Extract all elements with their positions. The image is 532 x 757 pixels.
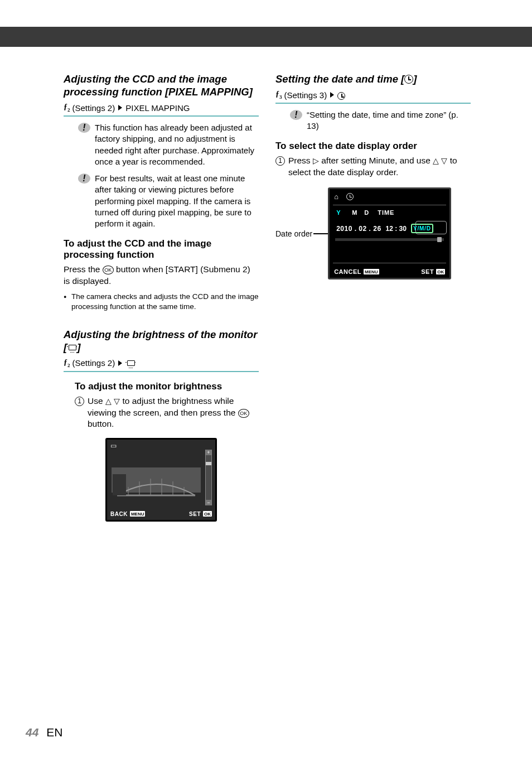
note-datetime-ref: ! “Setting the date, time and time zone”… [290, 109, 471, 132]
progress-track [335, 238, 444, 241]
right-triangle-icon: ▷ [313, 156, 319, 166]
brightness-preview-screen: ▭ + − BACK MENU SET OK [105, 438, 217, 522]
monitor-icon [125, 360, 136, 367]
crumb-item: PIXEL MAPPING [125, 103, 190, 113]
wrench-icon: ƒ2 [64, 103, 70, 113]
plus-icon: + [206, 450, 211, 455]
svg-rect-9 [113, 474, 126, 495]
progress-thumb [437, 237, 442, 242]
set-label: SET [189, 511, 201, 517]
language-code: EN [46, 726, 62, 739]
right-column: Setting the date and time [] ƒ3 (Setting… [275, 73, 471, 279]
clock-icon [346, 193, 354, 200]
date-order-value: Y/M/D [411, 224, 433, 233]
wrench-icon: ƒ2 [64, 358, 70, 368]
monitor-icon [67, 345, 77, 351]
info-icon: ! [78, 173, 90, 184]
home-icon: ⌂ [334, 192, 338, 201]
left-column: Adjusting the CCD and the image processi… [64, 73, 259, 522]
date-order-step-1: 1 Press ▷ after setting Minute, and use … [275, 155, 471, 179]
date-order-callout: Date order [275, 229, 312, 238]
info-icon: ! [290, 110, 302, 120]
down-triangle-icon: ▽ [441, 156, 447, 166]
step-number-icon: 1 [275, 156, 285, 166]
crumb-group: (Settings 3) [284, 90, 327, 100]
back-label: BACK [110, 511, 128, 517]
ok-button-icon: OK [203, 511, 212, 517]
bullet-icon [64, 292, 71, 312]
sub-heading-adjust-ccd: To adjust the CCD and the image processi… [64, 238, 259, 261]
note-factory: ! This function has already been adjuste… [78, 122, 259, 167]
date-values-row: 2010 . 02 . 26 12 : 30 Y/M/D [336, 224, 446, 233]
press-ok-instruction: Press the OK button when [START] (Submen… [64, 264, 259, 287]
breadcrumb-brightness: ƒ2 (Settings 2) [64, 358, 259, 372]
note-wait: ! For best results, wait at least one mi… [78, 173, 259, 229]
chevron-right-icon [330, 92, 334, 98]
callout-line [313, 233, 328, 234]
breadcrumb-datetime: ƒ3 (Settings 3) [275, 90, 471, 104]
minus-icon: − [206, 500, 211, 505]
clock-icon [337, 92, 345, 100]
crumb-group: (Settings 2) [72, 358, 115, 368]
chevron-right-icon [118, 105, 122, 110]
bullet-camera-checks: The camera checks and adjusts the CCD an… [64, 292, 259, 312]
brightness-title: Adjusting the brightness of the monitor … [64, 328, 259, 354]
ok-button-icon: OK [103, 266, 114, 274]
chevron-right-icon [118, 360, 122, 366]
pixel-mapping-title: Adjusting the CCD and the image processi… [64, 73, 259, 98]
page-footer: 44 EN [26, 726, 62, 739]
date-value: 2010 . 02 . 26 [336, 225, 381, 233]
datetime-title: Setting the date and time [] [275, 73, 471, 85]
page-number: 44 [26, 726, 38, 739]
slider-thumb [206, 462, 211, 465]
date-header-row: Y M D TIME [336, 209, 443, 216]
step-number-icon: 1 [75, 397, 84, 406]
down-triangle-icon: ▽ [114, 396, 120, 407]
menu-button-icon: MENU [364, 269, 379, 274]
up-triangle-icon: △ [105, 396, 112, 407]
set-label: SET [421, 268, 434, 275]
time-value: 12 : 30 [386, 225, 407, 233]
sub-heading-date-order: To select the date display order [275, 141, 471, 152]
bridge-photo-placeholder [112, 467, 201, 507]
top-dark-band [0, 27, 532, 47]
ok-button-icon: OK [436, 269, 445, 274]
brightness-slider [205, 450, 212, 505]
up-triangle-icon: △ [433, 156, 439, 166]
wrench-icon: ƒ3 [275, 90, 282, 100]
date-setting-screen: ⌂ Y M D TIME 2010 . 02 . 26 12 : 30 Y/M/… [328, 187, 451, 279]
clock-icon [404, 75, 413, 84]
crumb-group: (Settings 2) [72, 103, 115, 113]
monitor-icon: ▭ [110, 442, 117, 450]
ok-button-icon: OK [238, 409, 249, 418]
brightness-step-1: 1 Use △ ▽ to adjust the brightness while… [75, 396, 259, 431]
sub-heading-adjust-brightness: To adjust the monitor brightness [75, 381, 259, 392]
breadcrumb-pixel-mapping: ƒ2 (Settings 2) PIXEL MAPPING [64, 103, 259, 117]
menu-button-icon: MENU [130, 511, 146, 517]
cancel-label: CANCEL [334, 268, 361, 275]
info-icon: ! [78, 123, 90, 133]
